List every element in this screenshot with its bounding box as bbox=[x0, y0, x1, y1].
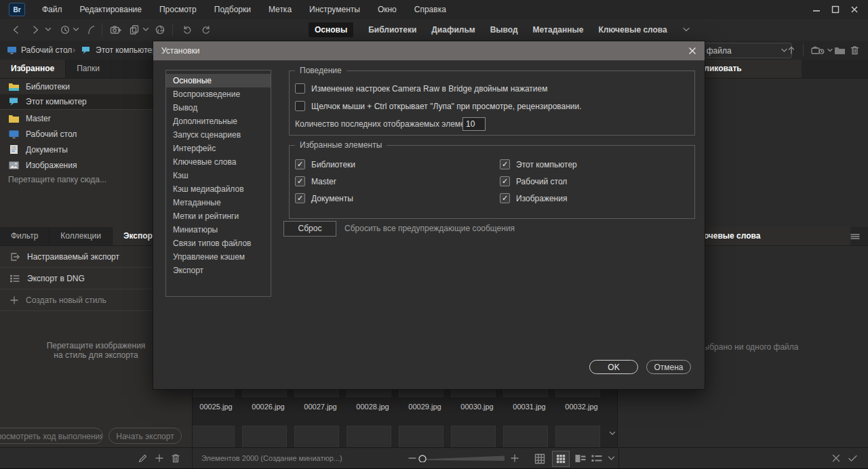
tab-folders[interactable]: Папки bbox=[66, 60, 111, 78]
menu-view[interactable]: Просмотр bbox=[151, 1, 205, 19]
fav-pictures-row[interactable]: Изображения bbox=[500, 193, 567, 203]
delete-preset-icon[interactable] bbox=[171, 453, 180, 464]
scroll-down-icon[interactable] bbox=[609, 431, 616, 436]
fav-desktop-row[interactable]: Рабочий стол bbox=[500, 176, 567, 186]
menu-file[interactable]: Файл bbox=[33, 1, 71, 19]
reset-button[interactable]: Сброс bbox=[283, 221, 336, 237]
recent-items-icon[interactable] bbox=[60, 24, 71, 35]
checkbox[interactable] bbox=[500, 159, 510, 169]
file-label[interactable]: 00028.jpg bbox=[347, 403, 399, 411]
checkbox[interactable] bbox=[295, 101, 305, 111]
zoom-out-icon[interactable] bbox=[408, 453, 416, 463]
nav-item-export[interactable]: Экспорт bbox=[166, 264, 271, 277]
ok-button[interactable]: OK bbox=[589, 360, 638, 374]
back-icon[interactable] bbox=[11, 24, 22, 35]
nav-item-general[interactable]: Основные bbox=[166, 74, 271, 87]
details-view-icon[interactable] bbox=[575, 454, 586, 463]
menu-label[interactable]: Метка bbox=[260, 1, 300, 19]
nav-item-labels[interactable]: Метки и рейтинги bbox=[166, 209, 271, 223]
nav-item-metadata[interactable]: Метаданные bbox=[166, 196, 271, 209]
file-label[interactable]: 00025.jpg bbox=[193, 403, 242, 411]
list-view-icon[interactable] bbox=[591, 454, 602, 463]
camera-raw-checkbox-row[interactable]: Изменение настроек Camera Raw в Bridge д… bbox=[295, 83, 548, 94]
nav-chevron-down-icon[interactable] bbox=[45, 27, 52, 33]
cancel-button[interactable]: Отмена bbox=[646, 360, 691, 374]
tab-libraries[interactable]: Библиотеки bbox=[368, 25, 416, 35]
file-label[interactable]: 00029.jpg bbox=[399, 403, 451, 411]
file-label[interactable]: 00026.jpg bbox=[242, 403, 294, 411]
nav-item-file-types[interactable]: Связи типов файлов bbox=[166, 237, 271, 250]
thumbnail-placeholder[interactable] bbox=[347, 426, 391, 447]
checkbox[interactable] bbox=[295, 83, 305, 94]
tab-essentials[interactable]: Основы bbox=[309, 22, 353, 37]
new-folder-icon[interactable] bbox=[834, 45, 846, 55]
checkbox[interactable] bbox=[295, 193, 305, 203]
close-icon[interactable] bbox=[845, 1, 864, 18]
sort-ascending-icon[interactable] bbox=[787, 45, 796, 55]
thumbnail-placeholder[interactable] bbox=[242, 426, 287, 447]
checkbox[interactable] bbox=[295, 159, 305, 169]
fav-computer-row[interactable]: Этот компьютер bbox=[500, 159, 577, 169]
delete-icon[interactable] bbox=[850, 45, 860, 56]
tab-collections[interactable]: Коллекции bbox=[50, 227, 113, 245]
view-progress-button[interactable]: Просмотреть ход выполнения bbox=[0, 428, 103, 444]
zoom-in-icon[interactable] bbox=[510, 453, 519, 463]
fav-documents-row[interactable]: Документы bbox=[295, 193, 353, 203]
nav-item-media-cache[interactable]: Кэш медиафайлов bbox=[166, 182, 271, 196]
rotate-left-icon[interactable] bbox=[182, 24, 193, 35]
tab-filmstrip[interactable]: Диафильм bbox=[431, 25, 475, 35]
refine-icon[interactable] bbox=[129, 24, 140, 35]
menu-tools[interactable]: Инструменты bbox=[300, 1, 369, 19]
file-label[interactable]: 00032.jpg bbox=[555, 403, 608, 411]
nav-item-cache[interactable]: Кэш bbox=[166, 169, 271, 182]
thumbnail-placeholder[interactable] bbox=[399, 426, 443, 447]
menu-help[interactable]: Справка bbox=[406, 1, 455, 19]
tab-output[interactable]: Вывод bbox=[490, 25, 518, 35]
nav-item-startup-scripts[interactable]: Запуск сценариев bbox=[166, 128, 271, 142]
fav-master-row[interactable]: Master bbox=[295, 176, 336, 186]
tab-metadata[interactable]: Метаданные bbox=[533, 25, 584, 35]
recent-chevron-down-icon[interactable] bbox=[73, 27, 79, 33]
checkbox[interactable] bbox=[500, 176, 510, 186]
thumbnail-placeholder[interactable] bbox=[503, 426, 548, 447]
fav-libraries-row[interactable]: Библиотеки bbox=[295, 159, 355, 169]
rotate-right-icon[interactable] bbox=[201, 24, 212, 35]
nav-item-interface[interactable]: Интерфейс bbox=[166, 142, 271, 155]
view-options-chevron-icon[interactable] bbox=[608, 455, 615, 462]
dialog-close-icon[interactable] bbox=[688, 47, 696, 55]
nav-item-playback[interactable]: Воспроизведение bbox=[166, 87, 271, 101]
thumbnail-placeholder[interactable] bbox=[451, 426, 496, 447]
menu-window[interactable]: Окно bbox=[369, 1, 406, 19]
dialog-titlebar[interactable]: Установки bbox=[153, 41, 705, 60]
loupe-checkbox-row[interactable]: Щелчок мыши + Ctrl открывает "Лупа" при … bbox=[295, 101, 582, 111]
recent-items-input[interactable] bbox=[462, 117, 486, 131]
checkbox[interactable] bbox=[295, 176, 305, 186]
thumbnail-placeholder[interactable] bbox=[193, 426, 235, 447]
nav-item-output[interactable]: Вывод bbox=[166, 101, 271, 115]
minimize-icon[interactable] bbox=[807, 1, 826, 18]
refine-chevron-down-icon[interactable] bbox=[142, 27, 149, 33]
menu-stacks[interactable]: Подборки bbox=[205, 1, 260, 19]
nav-item-advanced[interactable]: Дополнительные bbox=[166, 115, 271, 128]
thumbnail-placeholder[interactable] bbox=[294, 426, 339, 447]
breadcrumb-desktop[interactable]: Рабочий стол bbox=[21, 45, 72, 55]
menu-edit[interactable]: Редактирование bbox=[71, 1, 151, 19]
thumbnail-placeholder[interactable] bbox=[555, 426, 600, 447]
forward-icon[interactable] bbox=[30, 24, 41, 35]
reject-icon[interactable] bbox=[831, 453, 841, 463]
file-label[interactable]: 00031.jpg bbox=[503, 403, 555, 411]
start-export-button[interactable]: Начать экспорт bbox=[108, 428, 182, 444]
thumbnail-size-slider[interactable] bbox=[418, 454, 507, 462]
workspace-chevron-down-icon[interactable] bbox=[682, 26, 690, 33]
boomerang-icon[interactable] bbox=[85, 24, 96, 35]
nav-item-thumbnails[interactable]: Миниатюры bbox=[166, 223, 271, 237]
panel-menu-icon[interactable] bbox=[850, 227, 868, 245]
checkbox[interactable] bbox=[500, 193, 510, 203]
camera-import-icon[interactable] bbox=[110, 24, 122, 35]
nav-item-keywords[interactable]: Ключевые слова bbox=[166, 155, 271, 169]
tab-filter[interactable]: Фильтр bbox=[0, 227, 50, 245]
file-label[interactable]: 00027.jpg bbox=[294, 403, 347, 411]
tab-keywords[interactable]: Ключевые слова bbox=[598, 25, 667, 35]
edit-preset-icon[interactable] bbox=[138, 453, 148, 464]
tab-favorites[interactable]: Избранное bbox=[0, 60, 66, 78]
